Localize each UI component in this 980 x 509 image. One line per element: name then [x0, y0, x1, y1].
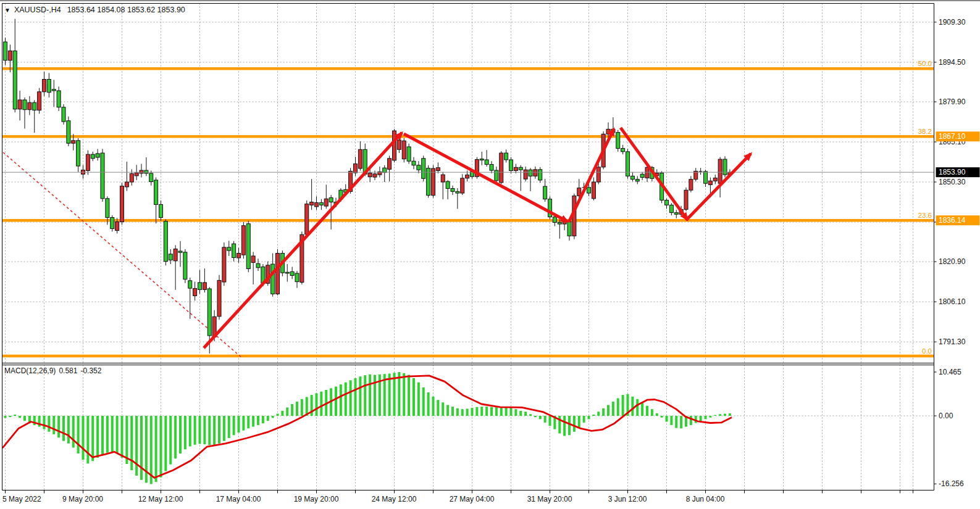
macd-bar	[364, 375, 366, 416]
price-tag-1836.14: 1836.14	[936, 215, 980, 225]
candle	[67, 121, 70, 143]
candle	[130, 173, 133, 182]
candle	[645, 167, 649, 178]
macd-bar	[72, 416, 75, 448]
candle	[91, 154, 94, 159]
macd-bar	[437, 400, 439, 416]
macd-bar	[189, 416, 191, 447]
macd-bar	[573, 416, 576, 432]
macd-bar	[43, 416, 46, 429]
macd-bar	[592, 415, 595, 416]
candle	[222, 247, 226, 282]
symbol-dropdown-icon[interactable]: ▼	[4, 7, 10, 14]
macd-bar	[408, 375, 410, 416]
candle	[388, 159, 392, 170]
macd-bar	[602, 408, 605, 416]
candle	[237, 254, 241, 258]
chart-title: ▼XAUUSD-,H41853.64 1854.08 1853.62 1853.…	[4, 6, 185, 14]
macd-bar	[519, 411, 522, 416]
candle	[509, 160, 513, 171]
candle	[47, 80, 51, 93]
candle	[149, 173, 153, 182]
macd-bar	[281, 411, 283, 416]
macd-bar	[374, 375, 376, 416]
macd-bar	[680, 416, 682, 428]
macd-bar	[160, 416, 162, 478]
macd-bar	[427, 392, 430, 416]
candle	[592, 182, 595, 199]
candle	[305, 204, 309, 234]
macd-bar	[82, 416, 85, 460]
candle	[207, 289, 211, 336]
candle	[125, 182, 128, 187]
macd-bar	[442, 402, 444, 416]
candle	[310, 202, 314, 205]
candle	[217, 280, 221, 316]
candle	[203, 283, 206, 289]
macd-bar	[350, 380, 352, 416]
candle	[485, 160, 488, 164]
candle	[368, 173, 372, 177]
macd-bar	[456, 408, 459, 416]
macd-bar	[451, 407, 454, 416]
macd-bar	[714, 415, 716, 416]
candle	[412, 161, 416, 165]
macd-bar	[729, 413, 731, 416]
macd-bar	[111, 416, 114, 452]
candle	[514, 167, 517, 170]
candle	[144, 170, 148, 173]
macd-bar	[96, 416, 99, 458]
macd-bar	[670, 416, 672, 425]
macd-bar	[272, 416, 274, 418]
chart-canvas[interactable]: 1909.301894.501879.901865.101850.301835.…	[0, 1, 980, 509]
macd-bar	[223, 416, 225, 441]
svg-text:1867.10: 1867.10	[939, 132, 966, 141]
macd-bar	[636, 399, 639, 416]
candle	[227, 247, 231, 250]
candle	[669, 205, 673, 212]
macd-bar	[291, 404, 293, 416]
macd-bar	[52, 416, 55, 434]
price-axis[interactable]: 1909.301894.501879.901865.101850.301835.…	[934, 18, 966, 346]
macd-bar	[607, 405, 609, 416]
macd-main-value: 0.581	[59, 366, 77, 375]
candle	[23, 100, 27, 110]
candle	[490, 164, 493, 170]
macd-bar	[588, 416, 590, 419]
fib-ratio-label-50.0: 50.0	[918, 60, 932, 67]
macd-signal-value: -0.352	[80, 366, 101, 375]
candle	[393, 131, 396, 160]
candle	[534, 170, 537, 176]
macd-bar	[500, 407, 503, 416]
candle	[96, 154, 99, 157]
candle	[174, 249, 177, 260]
candle	[198, 283, 202, 289]
candle	[251, 256, 255, 263]
candle	[407, 147, 411, 161]
macd-bar	[130, 416, 133, 470]
price-tag-1867.10: 1867.10	[936, 131, 980, 141]
macd-bar	[631, 397, 634, 416]
candle	[57, 91, 61, 107]
candle	[256, 263, 260, 268]
candle	[640, 174, 644, 177]
candle	[635, 180, 639, 181]
time-axis[interactable]: 5 May 20229 May 20:0012 May 12:0017 May …	[2, 490, 913, 504]
candle	[193, 289, 197, 296]
candle	[271, 264, 275, 294]
candle	[111, 218, 114, 229]
macd-indicator-label: MACD(12,26,9)0.581-0.352	[4, 366, 104, 375]
candle	[324, 199, 328, 206]
macd-bar	[340, 384, 342, 416]
candle	[689, 180, 693, 191]
main-chart-panel[interactable]	[2, 4, 934, 363]
macd-bar	[320, 392, 322, 416]
macd-bar	[121, 416, 124, 458]
candle	[597, 167, 600, 182]
candle	[630, 176, 634, 179]
time-axis-label: 17 May 04:00	[216, 495, 261, 503]
macd-bar	[646, 406, 648, 416]
candle	[354, 164, 358, 173]
macd-bar	[9, 416, 11, 417]
candle	[674, 213, 678, 215]
